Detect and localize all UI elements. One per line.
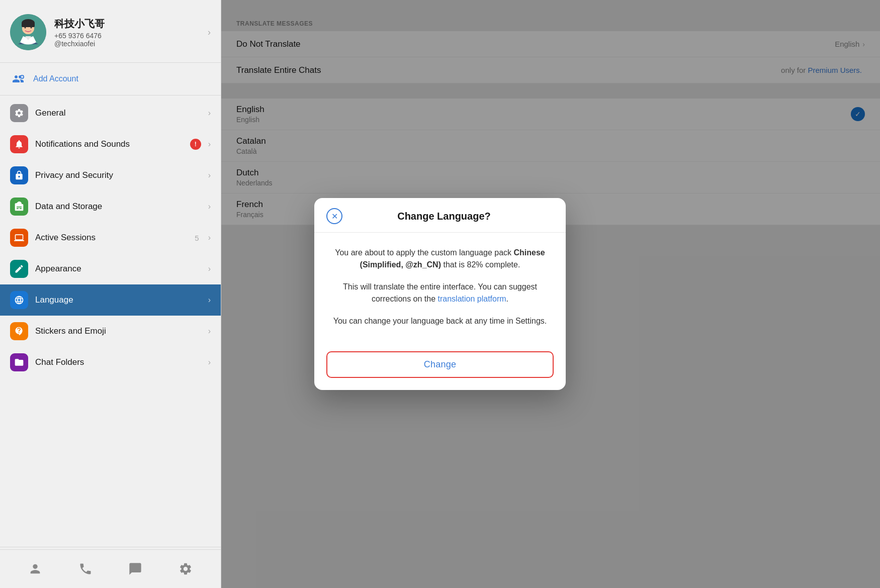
chevron-data-icon: › [208,202,211,211]
svg-point-5 [25,27,26,29]
modal-text-1: You are about to apply the custom langua… [330,247,550,271]
modal-overlay[interactable]: ✕ Change Language? You are about to appl… [221,0,880,588]
sidebar-item-label-stickers: Stickers and Emoji [35,326,201,336]
profile-info: 科技小飞哥 +65 9376 6476 @techxiaofei [54,17,200,48]
sidebar-item-language[interactable]: Language › [0,284,221,316]
data-icon [10,198,28,216]
profile-phone: +65 9376 6476 [54,32,200,40]
chevron-appearance-icon: › [208,264,211,273]
profile-chevron-icon: › [208,27,211,38]
privacy-icon [10,166,28,184]
divider-1 [0,62,221,63]
sidebar-item-label-data: Data and Storage [35,202,201,212]
chevron-notifications-icon: › [208,140,211,149]
modal-title: Change Language? [350,211,554,222]
profile-name: 科技小飞哥 [54,17,200,31]
chevron-general-icon: › [208,109,211,118]
appearance-icon [10,260,28,278]
sidebar-item-sessions[interactable]: Active Sessions 5 › [0,222,221,253]
change-button[interactable]: Change [326,351,554,378]
sidebar-item-stickers[interactable]: Stickers and Emoji › [0,316,221,347]
close-icon: ✕ [331,212,338,221]
sidebar-item-label-notifications: Notifications and Sounds [35,139,183,149]
chevron-folders-icon: › [208,358,211,367]
sidebar-item-label-privacy: Privacy and Security [35,170,201,180]
sidebar-item-appearance[interactable]: Appearance › [0,253,221,284]
modal-text-2: This will translate the entire interface… [330,281,550,305]
svg-point-6 [31,27,32,29]
modal-footer: Change [314,351,566,390]
modal-header: ✕ Change Language? [314,198,566,233]
add-account-icon [10,71,26,87]
chevron-sessions-icon: › [208,233,211,242]
svg-rect-4 [22,23,35,27]
sidebar-item-notifications[interactable]: Notifications and Sounds ! › [0,129,221,160]
sidebar-item-label-language: Language [35,295,201,305]
divider-bottom [0,547,221,547]
sessions-icon [10,229,28,247]
stickers-icon [10,322,28,340]
chats-icon[interactable] [124,558,146,580]
sidebar-item-general[interactable]: General › [0,97,221,129]
profile-username: @techxiaofei [54,40,200,48]
main-content: TRANSLATE MESSAGES Do Not Translate Engl… [221,0,880,588]
add-account-label: Add Account [33,74,78,83]
calls-icon[interactable] [74,558,97,580]
general-icon [10,104,28,122]
chevron-language-icon: › [208,296,211,305]
contacts-icon[interactable] [24,558,46,580]
sidebar-item-label-folders: Chat Folders [35,357,201,367]
sidebar-item-label-appearance: Appearance [35,264,201,274]
sidebar-item-label-sessions: Active Sessions [35,233,188,243]
folders-icon [10,353,28,371]
settings-icon[interactable] [174,558,197,580]
notifications-icon [10,135,28,153]
add-account-button[interactable]: Add Account [0,65,221,93]
sidebar-item-folders[interactable]: Chat Folders › [0,347,221,378]
bottom-bar [0,549,221,588]
avatar [10,14,46,50]
profile-section[interactable]: 科技小飞哥 +65 9376 6476 @techxiaofei › [0,0,221,60]
translation-platform-link[interactable]: translation platform [438,295,506,303]
modal-close-button[interactable]: ✕ [326,208,342,224]
sidebar: 科技小飞哥 +65 9376 6476 @techxiaofei › Add A… [0,0,221,588]
badge-notifications: ! [190,139,201,150]
sidebar-item-data[interactable]: Data and Storage › [0,191,221,222]
divider-2 [0,95,221,95]
language-icon [10,291,28,309]
change-language-modal: ✕ Change Language? You are about to appl… [314,198,566,390]
modal-body: You are about to apply the custom langua… [314,233,566,351]
chevron-privacy-icon: › [208,171,211,180]
chevron-stickers-icon: › [208,327,211,336]
sidebar-item-label-general: General [35,108,201,118]
menu-items-list: General › Notifications and Sounds ! › P… [0,97,221,545]
count-sessions: 5 [195,234,199,242]
sidebar-item-privacy[interactable]: Privacy and Security › [0,160,221,191]
modal-text-3: You can change your language back at any… [330,315,550,327]
